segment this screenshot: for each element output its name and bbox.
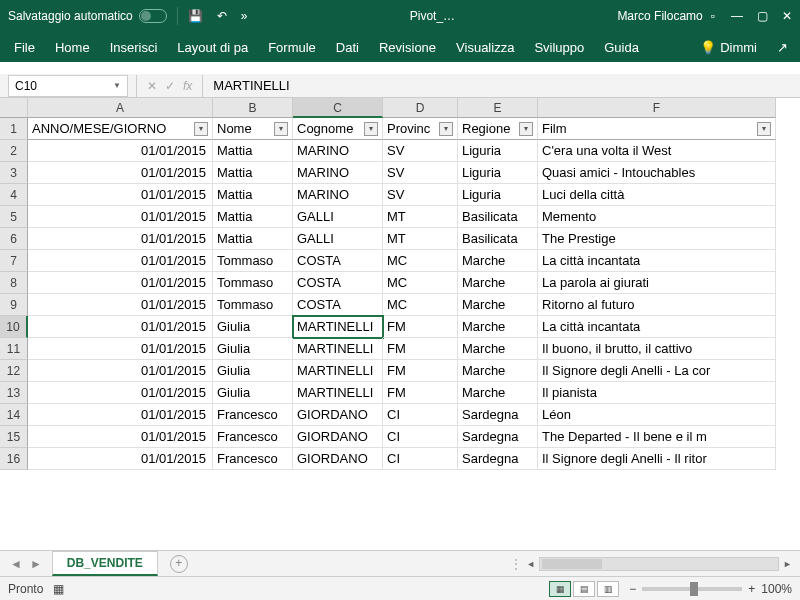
row-header[interactable]: 5 (0, 206, 28, 228)
filter-button[interactable]: ▾ (364, 122, 378, 136)
column-header[interactable]: B (213, 98, 293, 118)
horizontal-scrollbar[interactable]: ⋮ ◄ ► (510, 557, 800, 571)
row-header[interactable]: 2 (0, 140, 28, 162)
cell[interactable]: 01/01/2015 (28, 404, 213, 426)
cell[interactable]: Sardegna (458, 426, 538, 448)
grip-icon[interactable]: ⋮ (510, 557, 522, 571)
cell[interactable]: CI (383, 448, 458, 470)
cell[interactable]: Giulia (213, 338, 293, 360)
cell[interactable]: Marche (458, 250, 538, 272)
cell[interactable]: MC (383, 272, 458, 294)
cancel-icon[interactable]: ✕ (147, 79, 157, 93)
cell[interactable]: GALLI (293, 228, 383, 250)
row-header[interactable]: 15 (0, 426, 28, 448)
cell[interactable]: The Departed - Il bene e il m (538, 426, 776, 448)
cell[interactable]: 01/01/2015 (28, 294, 213, 316)
cell[interactable]: 01/01/2015 (28, 360, 213, 382)
cell[interactable]: Giulia (213, 360, 293, 382)
row-header[interactable]: 1 (0, 118, 28, 140)
cell[interactable]: MARTINELLI (293, 316, 383, 338)
table-header-cell[interactable]: Nome▾ (213, 118, 293, 140)
cell[interactable]: FM (383, 338, 458, 360)
cell[interactable]: MARINO (293, 162, 383, 184)
cell[interactable]: Il Signore degli Anelli - Il ritor (538, 448, 776, 470)
cell[interactable]: Marche (458, 360, 538, 382)
cell[interactable]: SV (383, 140, 458, 162)
row-header[interactable]: 6 (0, 228, 28, 250)
column-header[interactable]: D (383, 98, 458, 118)
close-icon[interactable]: ✕ (782, 9, 792, 23)
cell[interactable]: Giulia (213, 316, 293, 338)
row-header[interactable]: 14 (0, 404, 28, 426)
share-icon[interactable]: ↗ (769, 40, 796, 55)
cell[interactable]: Luci della città (538, 184, 776, 206)
cell[interactable]: C'era una volta il West (538, 140, 776, 162)
cell[interactable]: Il pianista (538, 382, 776, 404)
tab-layout[interactable]: Layout di pa (167, 34, 258, 61)
filter-button[interactable]: ▾ (274, 122, 288, 136)
table-header-cell[interactable]: Film▾ (538, 118, 776, 140)
cell[interactable]: Sardegna (458, 404, 538, 426)
table-header-cell[interactable]: Regione▾ (458, 118, 538, 140)
select-all-corner[interactable] (0, 98, 28, 118)
cell[interactable]: 01/01/2015 (28, 162, 213, 184)
cell[interactable]: FM (383, 382, 458, 404)
row-header[interactable]: 12 (0, 360, 28, 382)
tab-data[interactable]: Dati (326, 34, 369, 61)
row-header[interactable]: 7 (0, 250, 28, 272)
page-break-button[interactable]: ▥ (597, 581, 619, 597)
tab-formulas[interactable]: Formule (258, 34, 326, 61)
scroll-thumb[interactable] (542, 559, 602, 569)
row-header[interactable]: 10 (0, 316, 28, 338)
cell[interactable]: Giulia (213, 382, 293, 404)
tab-review[interactable]: Revisione (369, 34, 446, 61)
chevron-down-icon[interactable]: ▼ (113, 81, 121, 90)
cell[interactable]: COSTA (293, 294, 383, 316)
tab-home[interactable]: Home (45, 34, 100, 61)
cell[interactable]: 01/01/2015 (28, 316, 213, 338)
page-layout-button[interactable]: ▤ (573, 581, 595, 597)
row-header[interactable]: 8 (0, 272, 28, 294)
cell[interactable]: La città incantata (538, 250, 776, 272)
tell-me[interactable]: 💡 Dimmi (700, 40, 757, 55)
table-header-cell[interactable]: ANNO/MESE/GIORNO▾ (28, 118, 213, 140)
cell[interactable]: SV (383, 184, 458, 206)
autosave-toggle[interactable]: Salvataggio automatico (8, 9, 167, 23)
cell[interactable]: Marche (458, 272, 538, 294)
cell[interactable]: 01/01/2015 (28, 448, 213, 470)
cell[interactable]: MC (383, 294, 458, 316)
cell[interactable]: SV (383, 162, 458, 184)
cell[interactable]: Memento (538, 206, 776, 228)
filter-button[interactable]: ▾ (519, 122, 533, 136)
cell[interactable]: Mattia (213, 162, 293, 184)
minimize-icon[interactable]: — (731, 9, 743, 23)
table-header-cell[interactable]: Provinc▾ (383, 118, 458, 140)
cell[interactable]: Basilicata (458, 228, 538, 250)
cell[interactable]: Liguria (458, 162, 538, 184)
cell[interactable]: Léon (538, 404, 776, 426)
more-icon[interactable]: » (241, 9, 248, 23)
filter-button[interactable]: ▾ (757, 122, 771, 136)
column-header[interactable]: C (293, 98, 383, 118)
toggle-icon[interactable] (139, 9, 167, 23)
row-header[interactable]: 13 (0, 382, 28, 404)
row-header[interactable]: 16 (0, 448, 28, 470)
add-sheet-button[interactable]: + (170, 555, 188, 573)
enter-icon[interactable]: ✓ (165, 79, 175, 93)
name-box[interactable]: C10 ▼ (8, 75, 128, 97)
cell[interactable]: 01/01/2015 (28, 382, 213, 404)
tab-file[interactable]: File (4, 34, 45, 61)
cell[interactable]: COSTA (293, 250, 383, 272)
cell[interactable]: Francesco (213, 404, 293, 426)
cell[interactable]: FM (383, 316, 458, 338)
cell[interactable]: 01/01/2015 (28, 272, 213, 294)
cell[interactable]: Francesco (213, 426, 293, 448)
column-header[interactable]: E (458, 98, 538, 118)
filter-button[interactable]: ▾ (439, 122, 453, 136)
cell[interactable]: COSTA (293, 272, 383, 294)
cell[interactable]: Tommaso (213, 250, 293, 272)
cell[interactable]: Liguria (458, 140, 538, 162)
scroll-right-icon[interactable]: ► (783, 559, 792, 569)
cell[interactable]: GIORDANO (293, 404, 383, 426)
macro-icon[interactable]: ▦ (53, 582, 64, 596)
